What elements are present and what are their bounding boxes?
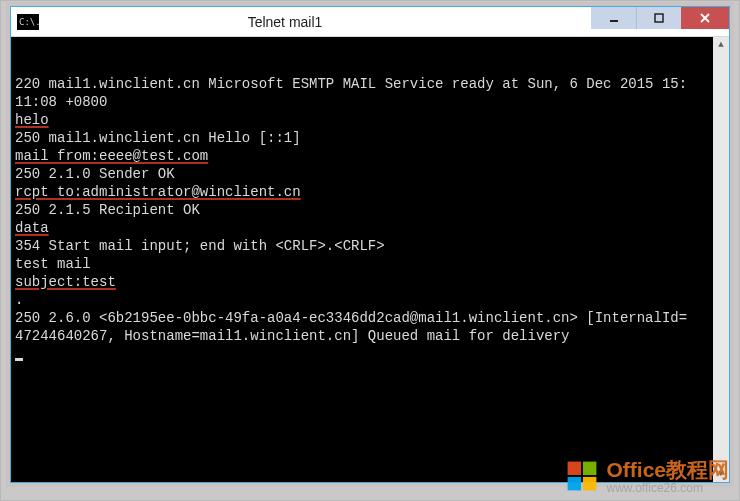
watermark: Office教程网 www.office26.com: [564, 458, 729, 494]
svg-rect-5: [583, 477, 597, 491]
terminal-line: 47244640267, Hostname=mail1.winclient.cn…: [15, 327, 725, 345]
window-controls: [591, 7, 729, 29]
svg-rect-2: [568, 462, 582, 476]
svg-rect-1: [655, 14, 663, 22]
scroll-track[interactable]: [713, 53, 729, 466]
terminal-line: subject:test: [15, 273, 725, 291]
text-cursor: [15, 358, 23, 361]
titlebar[interactable]: C:\. Telnet mail1: [11, 7, 729, 37]
terminal-window: C:\. Telnet mail1 220 mail1.winclient.cn…: [10, 6, 730, 483]
terminal-line: mail from:eeee@test.com: [15, 147, 725, 165]
watermark-text: Office教程网 www.office26.com: [606, 459, 729, 494]
terminal-line: test mail: [15, 255, 725, 273]
terminal-line: .: [15, 291, 725, 309]
terminal-line: 250 2.1.5 Recipient OK: [15, 201, 725, 219]
terminal-line: helo: [15, 111, 725, 129]
terminal-line: 11:08 +0800: [15, 93, 725, 111]
vertical-scrollbar[interactable]: ▲ ▼: [713, 37, 729, 482]
office-logo-icon: [564, 458, 600, 494]
cursor-line: [15, 345, 725, 363]
terminal-line: 354 Start mail input; end with <CRLF>.<C…: [15, 237, 725, 255]
terminal-area[interactable]: 220 mail1.winclient.cn Microsoft ESMTP M…: [11, 37, 729, 482]
close-button[interactable]: [681, 7, 729, 29]
terminal-line: 220 mail1.winclient.cn Microsoft ESMTP M…: [15, 75, 725, 93]
window-title: Telnet mail1: [0, 14, 591, 30]
page-container: C:\. Telnet mail1 220 mail1.winclient.cn…: [0, 0, 740, 501]
svg-rect-4: [568, 477, 582, 491]
terminal-line: 250 2.1.0 Sender OK: [15, 165, 725, 183]
terminal-line: rcpt to:administrator@winclient.cn: [15, 183, 725, 201]
maximize-button[interactable]: [636, 7, 681, 29]
terminal-line: 250 2.6.0 <6b2195ee-0bbc-49fa-a0a4-ec334…: [15, 309, 725, 327]
watermark-title: Office教程网: [606, 459, 729, 480]
minimize-button[interactable]: [591, 7, 636, 29]
terminal-line: data: [15, 219, 725, 237]
watermark-url: www.office26.com: [606, 482, 729, 494]
scroll-up-button[interactable]: ▲: [713, 37, 729, 53]
svg-rect-0: [610, 20, 618, 22]
terminal-line: 250 mail1.winclient.cn Hello [::1]: [15, 129, 725, 147]
svg-rect-3: [583, 462, 597, 476]
